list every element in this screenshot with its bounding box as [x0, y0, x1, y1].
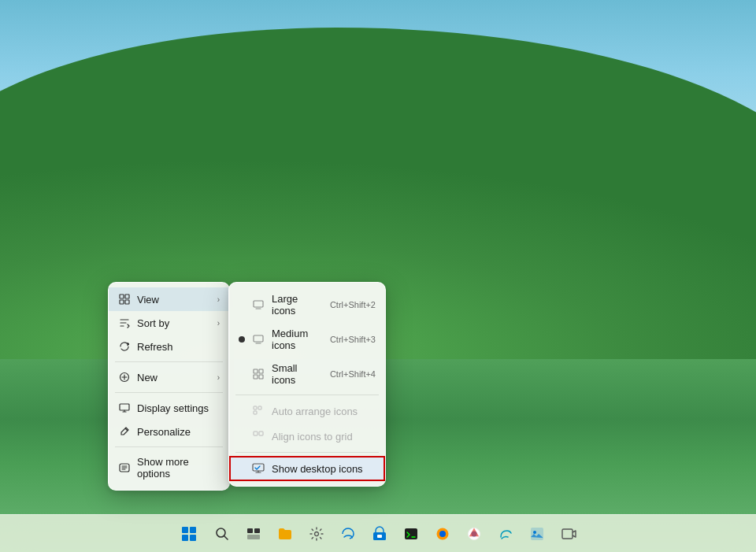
taskbar-task-view-button[interactable]: [239, 520, 268, 548]
divider-2: [115, 392, 223, 393]
submenu-item-auto-arrange[interactable]: Auto arrange icons: [229, 398, 385, 424]
display-icon: [118, 402, 131, 414]
medium-icons-label: Medium icons: [272, 328, 324, 351]
edge-icon: [340, 526, 356, 542]
svg-point-33: [533, 531, 536, 534]
svg-rect-13: [254, 406, 257, 409]
svg-rect-1: [125, 295, 129, 298]
svg-rect-9: [254, 369, 258, 373]
search-icon: [214, 526, 230, 542]
display-label: Display settings: [137, 402, 220, 414]
taskbar-camera-button[interactable]: [554, 520, 583, 548]
taskbar-photos-button[interactable]: [523, 520, 551, 548]
taskbar-start-button[interactable]: [173, 518, 205, 550]
svg-rect-34: [562, 529, 573, 539]
svg-rect-0: [120, 295, 124, 298]
new-arrow: ›: [217, 373, 220, 382]
new-icon: [118, 371, 131, 383]
menu-item-more-options[interactable]: Show more options: [109, 450, 229, 485]
submenu-item-small-icons[interactable]: Small icons Ctrl+Shift+4: [229, 357, 385, 391]
svg-rect-32: [531, 528, 543, 540]
settings-icon: [309, 526, 324, 542]
svg-rect-8: [254, 335, 263, 342]
svg-rect-26: [405, 528, 417, 539]
more-options-icon: [118, 461, 131, 474]
view-label: View: [137, 294, 211, 306]
svg-rect-5: [120, 404, 129, 410]
svg-rect-22: [247, 535, 260, 539]
svg-point-28: [439, 531, 446, 537]
new-label: New: [137, 372, 211, 383]
terminal-icon: [403, 526, 419, 542]
svg-rect-15: [254, 411, 257, 414]
submenu-item-show-desktop-icons[interactable]: Show desktop icons: [229, 456, 385, 481]
edge-beta-icon: [498, 526, 513, 542]
more-options-label: Show more options: [137, 456, 220, 480]
submenu-item-align-grid[interactable]: Align icons to grid: [229, 424, 385, 449]
view-arrow: ›: [217, 295, 220, 304]
large-icons-shortcut: Ctrl+Shift+2: [330, 300, 376, 309]
store-icon: [372, 526, 387, 542]
svg-rect-12: [259, 375, 263, 379]
submenu-view: Large icons Ctrl+Shift+2 Medium icons Ct…: [228, 282, 386, 487]
divider-1: [115, 361, 223, 362]
personalize-label: Personalize: [137, 426, 220, 438]
svg-rect-20: [247, 528, 253, 533]
menu-item-refresh[interactable]: Refresh: [109, 335, 229, 358]
svg-rect-10: [259, 369, 263, 373]
menu-item-personalize[interactable]: Personalize: [109, 420, 229, 443]
show-desktop-icon: [251, 461, 265, 476]
taskbar-edge-button[interactable]: [334, 520, 362, 548]
view-icon: [118, 293, 131, 306]
menu-item-sort[interactable]: Sort by ›: [109, 311, 229, 335]
menu-item-display[interactable]: Display settings: [109, 396, 229, 420]
taskbar-chrome-button[interactable]: [460, 520, 488, 548]
context-menu-main: View › Sort by › Refresh: [108, 282, 230, 491]
taskbar-edge-beta-button[interactable]: [491, 520, 520, 548]
medium-icons-shortcut: Ctrl+Shift+3: [330, 335, 376, 344]
divider-3: [115, 446, 223, 447]
firefox-icon: [435, 526, 450, 542]
windows-logo: [182, 527, 196, 541]
svg-rect-17: [259, 432, 263, 435]
file-explorer-icon: [277, 526, 293, 542]
large-icons-icon: [251, 298, 265, 312]
svg-rect-14: [258, 406, 261, 409]
svg-rect-3: [125, 300, 129, 304]
submenu-item-large-icons[interactable]: Large icons Ctrl+Shift+2: [229, 287, 385, 322]
align-grid-icon: [251, 429, 265, 443]
svg-rect-16: [254, 432, 258, 435]
align-grid-label: Align icons to grid: [272, 431, 376, 443]
sort-arrow: ›: [217, 319, 220, 328]
svg-rect-2: [120, 300, 124, 304]
refresh-icon: [118, 340, 131, 353]
medium-icons-icon: [251, 332, 265, 346]
small-icons-shortcut: Ctrl+Shift+4: [330, 369, 376, 379]
auto-arrange-label: Auto arrange icons: [272, 406, 376, 417]
desktop[interactable]: View › Sort by › Refresh: [0, 0, 756, 552]
taskbar-search-button[interactable]: [208, 520, 236, 548]
sub-divider-1: [235, 395, 379, 395]
taskbar: [0, 514, 756, 552]
sort-label: Sort by: [137, 317, 211, 329]
taskbar-terminal-button[interactable]: [397, 520, 425, 548]
svg-point-23: [315, 532, 319, 535]
submenu-item-medium-icons[interactable]: Medium icons Ctrl+Shift+3: [229, 322, 385, 357]
sub-divider-2: [235, 452, 379, 453]
svg-rect-25: [377, 535, 382, 538]
svg-point-19: [217, 528, 225, 537]
camera-icon: [561, 526, 576, 542]
taskbar-settings-button[interactable]: [302, 520, 331, 548]
taskbar-firefox-button[interactable]: [428, 520, 457, 548]
menu-item-new[interactable]: New ›: [109, 365, 229, 389]
taskbar-file-explorer-button[interactable]: [271, 520, 299, 548]
menu-item-view[interactable]: View ›: [109, 287, 229, 311]
small-icons-label: Small icons: [272, 362, 324, 386]
small-icons-icon: [251, 367, 265, 381]
svg-rect-7: [254, 301, 263, 307]
chrome-icon: [466, 526, 482, 542]
svg-rect-11: [254, 375, 258, 379]
taskbar-store-button[interactable]: [365, 520, 394, 548]
task-view-icon: [246, 526, 261, 542]
svg-rect-21: [254, 528, 260, 533]
